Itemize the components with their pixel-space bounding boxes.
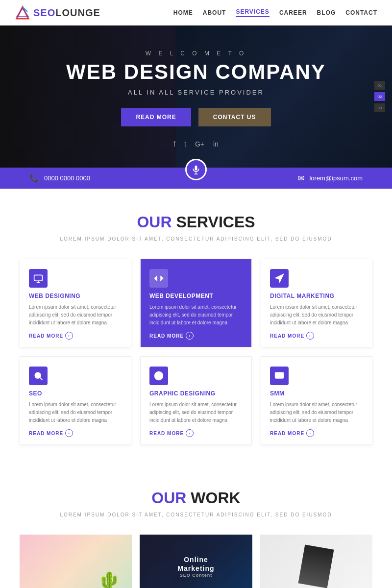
service-desc-6: Lorem ipsum dolor sit amet, consectetur …: [270, 401, 363, 424]
header: SEOLOUNGE HOME ABOUT SERVICES CAREER BLO…: [0, 0, 392, 25]
services-subtitle: LOREM IPSUM DOLOR SIT AMET, CONSECTETUR …: [20, 236, 372, 242]
read-more-2[interactable]: READ MORE ›: [149, 332, 243, 340]
service-desc-2: Lorem ipsum dolor sit amet, consectetur …: [149, 303, 243, 327]
svg-line-10: [40, 377, 42, 380]
contact-bar-phone: 📞 0000 0000 0000: [29, 173, 90, 183]
service-desc-3: Lorem ipsum dolor sit amet, consectetur …: [270, 303, 363, 327]
hero-social: f t G+ in: [66, 140, 326, 148]
work-section: OUR WORK LOREM IPSUM DOLOR SIT AMET, CON…: [0, 465, 392, 588]
social-twitter[interactable]: t: [184, 140, 186, 148]
read-more-6[interactable]: READ MORE ›: [270, 429, 363, 437]
nav-career[interactable]: CAREER: [279, 9, 307, 16]
read-more-4[interactable]: READ MORE ›: [29, 429, 122, 437]
read-more-arrow-2: ›: [186, 332, 194, 340]
read-more-5[interactable]: READ MORE ›: [149, 429, 243, 437]
social-linkedin[interactable]: in: [213, 140, 219, 148]
slide-3[interactable]: 03: [374, 103, 385, 112]
service-desc-4: Lorem ipsum dolor sit amet, consectetur …: [29, 401, 122, 424]
service-title-4: SEO: [29, 390, 122, 397]
email-address: lorem@ipsum.com: [309, 174, 363, 182]
nav-home[interactable]: HOME: [173, 9, 193, 16]
service-card-digital-marketing: DIGITAL MARKETING Lorem ipsum dolor sit …: [261, 259, 372, 347]
web-designing-icon: [29, 269, 48, 288]
service-title-6: SMM: [270, 390, 363, 397]
contact-us-button[interactable]: CONTACT US: [198, 108, 271, 126]
logo-icon: [15, 5, 30, 21]
service-card-web-designing: WEB DESIGNING Lorem ipsum dolor sit amet…: [20, 259, 131, 347]
service-card-graphic-designing: GRAPHIC DESIGNING Lorem ipsum dolor sit …: [140, 356, 252, 445]
work-subtitle: LOREM IPSUM DOLOR SIT AMET, CONSECTETUR …: [20, 512, 372, 517]
service-title-1: WEB DESIGNING: [29, 293, 122, 299]
nav-blog[interactable]: BLOG: [317, 9, 336, 16]
nav-services[interactable]: SERVICES: [236, 8, 269, 17]
service-title-5: GRAPHIC DESIGNING: [149, 390, 243, 397]
hero-title: WEB DESIGN COMPANY: [66, 61, 326, 83]
service-title-2: WEB DEVELOPMENT: [149, 293, 243, 299]
read-more-arrow-1: ›: [65, 332, 73, 340]
nav-contact[interactable]: CONTACT: [345, 9, 377, 16]
seo-icon: [29, 367, 48, 385]
read-more-arrow-5: ›: [186, 429, 194, 437]
service-card-seo: SEO Lorem ipsum dolor sit amet, consecte…: [20, 356, 131, 445]
mic-icon: [191, 165, 201, 174]
social-facebook[interactable]: f: [173, 140, 175, 148]
logo-text: SEOLOUNGE: [33, 7, 100, 19]
read-more-3[interactable]: READ MORE ›: [270, 332, 363, 340]
work-item-3[interactable]: GRAPHIC DESIGN: [260, 535, 372, 588]
email-icon: ✉: [298, 173, 304, 183]
services-section: OUR SERVICES LOREM IPSUM DOLOR SIT AMET,…: [0, 189, 392, 465]
slide-1[interactable]: 01: [374, 81, 385, 90]
service-card-smm: SMM Lorem ipsum dolor sit amet, consecte…: [261, 356, 372, 445]
services-grid: WEB DESIGNING Lorem ipsum dolor sit amet…: [20, 259, 372, 445]
digital-marketing-icon: [270, 269, 289, 288]
hero-subtitle: ALL IN ALL SERVICE PROVIDER: [66, 89, 326, 96]
graphic-designing-icon: [149, 367, 168, 385]
hero-section: 01 02 03 W E L C O M E T O WEB DESIGN CO…: [0, 25, 392, 168]
read-more-button[interactable]: READ MORE: [121, 108, 191, 126]
work-img-1: [20, 535, 132, 588]
read-more-arrow-3: ›: [306, 332, 314, 340]
work-title: OUR WORK: [20, 489, 372, 507]
phone-icon: 📞: [29, 173, 39, 183]
contact-bar-email: ✉ lorem@ipsum.com: [298, 173, 363, 183]
work-grid: GRAPHIC DESIGN OnlineMarketing SEO Conte…: [20, 535, 372, 588]
slide-indicators: 01 02 03: [374, 81, 385, 112]
web-development-icon: [149, 269, 168, 288]
svg-rect-6: [34, 275, 43, 281]
services-title: OUR SERVICES: [20, 213, 372, 231]
svg-rect-3: [195, 166, 197, 171]
hero-welcome: W E L C O M E T O: [66, 50, 326, 57]
work-item-1[interactable]: GRAPHIC DESIGN: [20, 535, 132, 588]
service-desc-1: Lorem ipsum dolor sit amet, consectetur …: [29, 303, 122, 327]
work-item-2[interactable]: OnlineMarketing SEO Content GRAPHIC DESI…: [140, 535, 252, 588]
contact-bar: 📞 0000 0000 0000 ✉ lorem@ipsum.com: [0, 168, 392, 189]
slide-2[interactable]: 02: [374, 92, 385, 101]
main-nav: HOME ABOUT SERVICES CAREER BLOG CONTACT: [173, 8, 377, 17]
read-more-1[interactable]: READ MORE ›: [29, 332, 122, 340]
service-card-web-development: WEB DEVELOPMENT Lorem ipsum dolor sit am…: [140, 259, 252, 347]
hero-content: W E L C O M E T O WEB DESIGN COMPANY ALL…: [66, 50, 326, 147]
work-img-3: [260, 535, 372, 588]
smm-icon: [270, 367, 289, 385]
nav-about[interactable]: ABOUT: [203, 9, 226, 16]
mic-badge: [185, 159, 207, 180]
phone-number: 0000 0000 0000: [44, 174, 90, 182]
hero-buttons: READ MORE CONTACT US: [66, 108, 326, 126]
service-desc-5: Lorem ipsum dolor sit amet, consectetur …: [149, 401, 243, 424]
service-title-3: DIGITAL MARKETING: [270, 293, 363, 299]
read-more-arrow-4: ›: [65, 429, 73, 437]
logo[interactable]: SEOLOUNGE: [15, 5, 100, 21]
social-google[interactable]: G+: [195, 140, 204, 148]
work-img-2: OnlineMarketing SEO Content: [140, 535, 252, 588]
read-more-arrow-6: ›: [306, 429, 314, 437]
